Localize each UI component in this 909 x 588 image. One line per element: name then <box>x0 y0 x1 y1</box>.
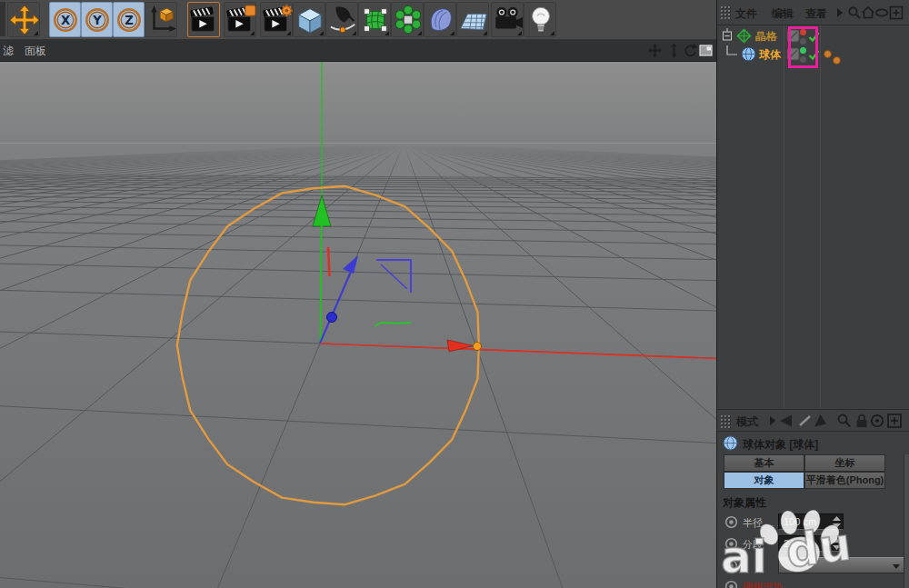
attr-row-分段: 分段 24 <box>717 535 909 555</box>
svg-text:Y: Y <box>92 14 102 27</box>
attribute-manager-modebar: 模式 <box>717 409 909 432</box>
add-spline-pen-button[interactable] <box>325 2 358 37</box>
clipped-toolbar-button <box>0 2 5 36</box>
viewport-menu-panel[interactable]: 面板 <box>25 44 46 59</box>
coordinate-system-button[interactable] <box>145 2 177 37</box>
attribute-scroll-strip[interactable] <box>904 454 909 588</box>
add-deformer-button[interactable] <box>391 2 424 37</box>
object-label[interactable]: 球体 <box>759 47 781 63</box>
attr-dropdown[interactable] <box>778 557 905 573</box>
sphere-object-icon <box>741 46 756 65</box>
render-region-button[interactable] <box>224 2 256 37</box>
annotation-highlight-box <box>788 26 818 68</box>
tab-4[interactable]: 平滑着色(Phong) <box>804 472 885 489</box>
keyframe-circle-icon[interactable] <box>724 537 738 551</box>
render-view-button[interactable] <box>187 2 220 37</box>
attr-input-0[interactable]: 100 cm <box>778 513 844 530</box>
om-menu-view[interactable]: 查看 <box>805 6 827 22</box>
right-panel: 文件 编辑 查看 晶格球体 模式 球体对象 [球体] 基本坐标对象平滑着色(Ph… <box>716 0 909 588</box>
object-tag-icon[interactable] <box>824 50 832 58</box>
viewport-3d[interactable] <box>0 62 716 588</box>
add-light-button[interactable] <box>524 2 556 37</box>
attr-label: 理想渲染 <box>743 581 783 588</box>
om-menu-file[interactable]: 文件 <box>735 6 757 22</box>
sphere-object-icon <box>723 435 738 451</box>
object-label[interactable]: 晶格 <box>755 29 777 45</box>
keyframe-circle-icon[interactable] <box>724 515 738 529</box>
lock-y-axis-button[interactable]: Y <box>81 2 113 37</box>
move-tool-button[interactable] <box>7 2 40 37</box>
attribute-tabs: 基本坐标对象平滑着色(Phong) <box>724 454 885 489</box>
attribute-section-title: 对象属性 <box>723 495 766 511</box>
om-column-divider <box>784 25 784 408</box>
keyframe-circle-icon[interactable] <box>724 580 738 588</box>
menu-expand-arrow[interactable] <box>833 5 847 20</box>
keyframe-circle-icon[interactable] <box>724 559 738 573</box>
add-primitive-cube-button[interactable] <box>293 2 325 37</box>
chevron-down-icon <box>893 564 900 569</box>
lattice-object-icon <box>736 28 752 47</box>
add-generator-button[interactable] <box>358 2 391 37</box>
tab-2[interactable]: 坐标 <box>804 454 885 472</box>
add-environment-button[interactable] <box>424 2 456 37</box>
attribute-title-row: 球体对象 [球体] <box>717 433 909 454</box>
lock-x-axis-button[interactable]: X <box>49 2 81 37</box>
toggle-layout-icon[interactable] <box>698 43 714 58</box>
add-camera-button[interactable] <box>491 2 524 37</box>
history-forward-icon[interactable] <box>812 413 828 429</box>
add-floor-button[interactable] <box>456 2 489 37</box>
viewport-menubar: 滤 面板 <box>0 40 716 62</box>
search-icon[interactable] <box>836 413 853 429</box>
expander-icon[interactable] <box>721 28 734 45</box>
add-panel-icon[interactable] <box>889 5 904 20</box>
stepper-icon[interactable] <box>833 516 841 528</box>
add-panel-icon[interactable] <box>886 413 903 429</box>
am-mode-menu[interactable]: 模式 <box>736 414 758 430</box>
attribute-title: 球体对象 [球体] <box>743 437 818 453</box>
search-icon[interactable] <box>847 5 862 20</box>
stepper-icon[interactable] <box>833 538 841 550</box>
tree-branch <box>721 45 741 64</box>
target-icon[interactable] <box>869 413 885 429</box>
tab-1[interactable]: 基本 <box>724 454 804 472</box>
render-settings-button[interactable] <box>260 2 293 37</box>
home-icon[interactable] <box>861 5 875 20</box>
svg-text:X: X <box>61 14 70 27</box>
main-toolbar: XYZ <box>0 0 716 40</box>
object-manager-tree: 晶格球体 <box>717 25 909 408</box>
history-back-icon[interactable] <box>777 413 794 429</box>
svg-text:Z: Z <box>125 14 134 27</box>
om-menu-edit[interactable]: 编辑 <box>772 6 794 22</box>
cinema4d-window: XYZ 滤 面板 文件 编辑 查看 晶格球体 模式 <box>0 0 909 588</box>
attr-label: 半径 . . . <box>743 516 779 530</box>
object-tag-icon[interactable] <box>833 56 841 65</box>
viewport-menu-filter[interactable]: 滤 <box>3 44 14 59</box>
om-column-divider <box>820 25 821 408</box>
attr-row-hidden <box>717 557 909 577</box>
sphere-radius-handle[interactable] <box>474 343 482 351</box>
panel-grip[interactable] <box>720 5 732 19</box>
lock-icon[interactable] <box>854 413 870 429</box>
dolly-icon[interactable] <box>666 43 682 58</box>
filter-oval-icon[interactable] <box>874 5 889 20</box>
viewport-scene <box>0 62 716 588</box>
panel-grip[interactable] <box>720 414 732 428</box>
attr-row-理想渲染: 理想渲染 <box>717 578 909 588</box>
attr-input-1[interactable]: 24 <box>778 535 844 552</box>
attr-label: 分段 <box>743 538 763 552</box>
lock-z-axis-button[interactable]: Z <box>113 2 145 37</box>
attr-row-半径: 半径 . . .100 cm <box>717 513 909 533</box>
rotate-icon[interactable] <box>683 43 698 58</box>
object-manager-menubar: 文件 编辑 查看 <box>717 0 909 25</box>
tab-3[interactable]: 对象 <box>724 472 804 489</box>
pan-icon[interactable] <box>647 43 663 58</box>
